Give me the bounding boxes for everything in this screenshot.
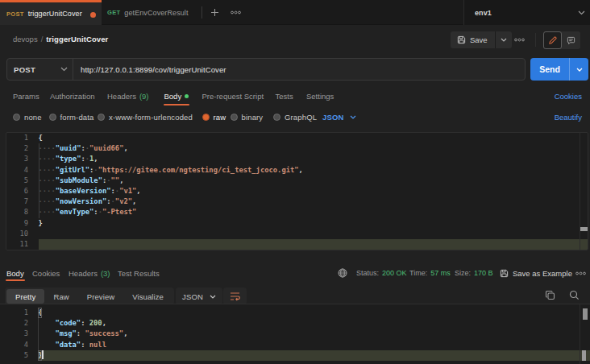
response-language-label: JSON (182, 292, 203, 301)
tab-title: triggerUnitCover (28, 10, 82, 18)
body-type-radio-binary[interactable]: binary (231, 106, 264, 127)
overview-ruler-mark (582, 350, 586, 361)
active-tab-underline (164, 104, 190, 105)
response-view-pretty[interactable]: Pretty (6, 289, 44, 304)
method-label: POST (14, 65, 35, 74)
chevron-down-icon (210, 295, 216, 299)
request-body-editor[interactable]: 1{2····"uuid":·"uuid66",3····"type":·1,4… (6, 132, 588, 250)
line-code: "data": null (38, 340, 106, 350)
radio-icon (13, 114, 20, 121)
response-view-preview[interactable]: Preview (78, 289, 124, 304)
tab-label: Settings (306, 92, 334, 101)
beautify-link[interactable]: Beautify (555, 106, 582, 127)
request-tab-pre-request-script[interactable]: Pre-request Script (202, 85, 264, 106)
url-bar: POST http://127.0.0.1:8899/cov/triggerUn… (6, 58, 526, 81)
wrap-line-icon (230, 292, 240, 301)
body-type-radio-GraphQL[interactable]: GraphQL (273, 106, 317, 127)
request-tab-getEnvCoverResult[interactable]: GET getEnvCoverResult (102, 0, 190, 25)
editor-line: 5····"subModule":·"", (6, 176, 588, 186)
line-code: ····"subModule":·"", (39, 176, 124, 186)
body-language-selector[interactable]: JSON (322, 106, 356, 127)
send-options-button[interactable] (570, 58, 588, 81)
response-language-selector[interactable]: JSON (176, 287, 222, 305)
line-code: { (38, 308, 42, 318)
request-tab-params[interactable]: Params (13, 85, 39, 106)
line-number: 5 (6, 176, 28, 186)
breadcrumb-request-name[interactable]: triggerUnitCover (46, 35, 108, 43)
radio-label: none (24, 113, 42, 122)
radio-icon (98, 114, 105, 121)
right-panel-toggle-group (543, 31, 580, 49)
line-number: 2 (6, 143, 28, 154)
tab-title: getEnvCoverResult (124, 9, 188, 17)
chevron-down-icon (60, 67, 68, 72)
line-number: 11 (6, 239, 28, 250)
pencil-icon (548, 36, 557, 45)
line-code: { (39, 133, 43, 143)
body-type-radio-form-data[interactable]: form-data (49, 106, 94, 127)
line-number: 4 (6, 165, 28, 176)
save-button[interactable]: Save (451, 31, 495, 48)
editor-line: 2····"uuid":·"uuid66", (6, 143, 588, 154)
line-number: 9 (6, 218, 28, 229)
editor-line: 1{ (6, 133, 588, 143)
new-tab-button[interactable] (208, 0, 221, 25)
wrap-line-button[interactable] (223, 287, 247, 305)
line-code: ····"baseVersion":·"v1", (39, 186, 141, 196)
line-code: } (39, 218, 43, 229)
copy-response-button[interactable] (545, 290, 555, 300)
chevron-down-icon (350, 115, 356, 119)
network-info-icon[interactable] (338, 268, 347, 278)
tab-options-button[interactable] (229, 0, 242, 25)
request-tab-triggerUnitCover[interactable]: POST triggerUnitCover (0, 0, 102, 25)
body-type-radio-raw[interactable]: raw (202, 106, 226, 127)
request-tabs-row: ParamsAuthorizationHeaders(9)BodyPre-req… (0, 85, 590, 106)
response-view-visualize[interactable]: Visualize (123, 289, 172, 304)
line-number: 1 (6, 133, 28, 143)
url-divider (73, 59, 73, 80)
request-tab-authorization[interactable]: Authorization (50, 85, 94, 106)
save-as-example-button[interactable]: Save as Example (500, 263, 572, 283)
radio-icon (273, 114, 280, 121)
method-selector[interactable]: POST (7, 59, 73, 80)
comments-button[interactable] (562, 31, 580, 49)
editor-line: 10 (6, 229, 588, 239)
size-value: 170 B (474, 269, 493, 277)
cookies-link[interactable]: Cookies (555, 85, 582, 106)
tab-label: Params (13, 92, 39, 101)
save-as-example-label: Save as Example (513, 269, 572, 278)
response-view-raw[interactable]: Raw (44, 289, 77, 304)
environment-selector[interactable]: env1 (464, 0, 590, 25)
request-tab-tests[interactable]: Tests (276, 85, 293, 106)
comment-icon (567, 36, 575, 45)
size-label: Size: (455, 269, 471, 277)
request-tab-body[interactable]: Body (164, 85, 189, 106)
line-code: ····"gitUrl":·"https://gitee.com/ngtesti… (39, 165, 303, 176)
documentation-button[interactable] (543, 31, 562, 49)
line-number: 6 (6, 186, 28, 196)
response-options-button[interactable] (575, 263, 586, 283)
send-button[interactable]: Send (530, 58, 569, 81)
tab-method-badge: POST (6, 10, 24, 18)
body-type-radio-x-www-form-urlencoded[interactable]: x-www-form-urlencoded (98, 106, 193, 127)
response-body-editor[interactable]: 1{2 "code": 200,3 "msg": "success",4 "da… (0, 304, 590, 364)
overview-ruler (580, 133, 580, 250)
copy-icon (545, 290, 555, 300)
time-value: 57 ms (430, 269, 451, 277)
search-response-button[interactable] (569, 290, 580, 300)
breadcrumb-collection[interactable]: devops (13, 35, 38, 43)
chevron-down-icon (501, 38, 507, 42)
url-input[interactable]: http://127.0.0.1:8899/cov/triggerUnitCov… (81, 65, 226, 74)
save-options-button[interactable] (496, 31, 512, 48)
scrollbar-thumb[interactable] (583, 308, 588, 320)
line-number: 1 (0, 308, 28, 318)
breadcrumb: devops / triggerUnitCover (13, 26, 108, 52)
radio-label: form-data (60, 113, 94, 122)
body-type-radio-none[interactable]: none (13, 106, 42, 127)
request-tab-settings[interactable]: Settings (306, 85, 334, 106)
line-code: ····"uuid":·"uuid66", (39, 143, 128, 154)
request-tab-headers[interactable]: Headers(9) (107, 85, 149, 106)
request-options-button[interactable] (512, 31, 526, 48)
plus-icon (210, 8, 219, 17)
three-dots-icon (514, 38, 525, 42)
